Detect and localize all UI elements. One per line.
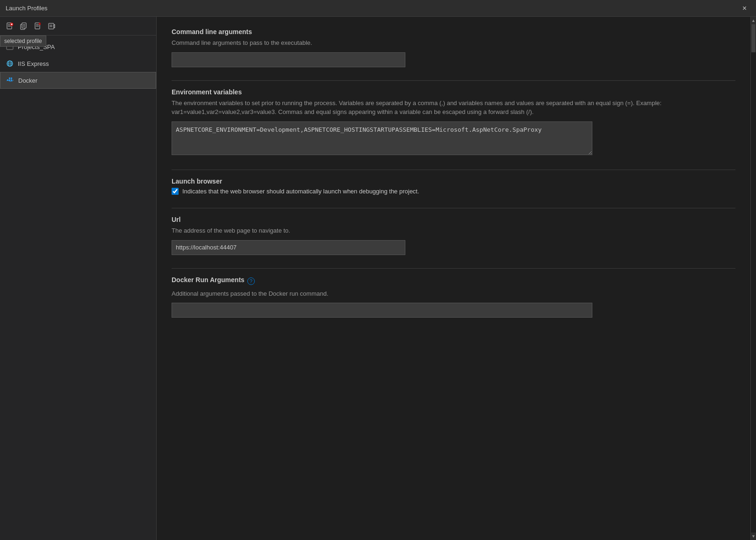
launch-browser-title: Launch browser (172, 178, 735, 185)
scroll-down-arrow[interactable]: ▼ (751, 533, 756, 540)
launch-browser-checkbox-row: Indicates that the web browser should au… (172, 188, 735, 195)
scrollbar-thumb[interactable] (751, 24, 756, 52)
svg-rect-29 (11, 79, 12, 81)
section-docker-run-args: Docker Run Arguments ? Additional argume… (172, 276, 735, 318)
svg-rect-21 (8, 44, 9, 45)
svg-rect-30 (9, 78, 10, 79)
docker-label: Docker (18, 77, 37, 84)
env-vars-desc: The environment variables to set prior t… (172, 99, 735, 117)
profile-item-projects-spa[interactable]: Projects_SPA (0, 38, 156, 55)
add-profile-button[interactable] (4, 21, 16, 31)
close-button[interactable]: × (739, 3, 750, 14)
scrollbar-right: ▲ ▼ (750, 17, 756, 540)
projects-spa-label: Projects_SPA (18, 43, 55, 50)
env-vars-input[interactable]: ASPNETCORE_ENVIRONMENT=Development,ASPNE… (172, 121, 592, 156)
docker-run-args-help-icon[interactable]: ? (247, 277, 255, 285)
dialog-title: Launch Profiles (6, 5, 48, 12)
url-title: Url (172, 216, 735, 223)
profile-item-iis-express[interactable]: IIS Express (0, 55, 156, 72)
section-command-line-args: Command line arguments Command line argu… (172, 28, 735, 67)
section-environment-variables: Environment variables The environment va… (172, 88, 735, 157)
section-url: Url The address of the web page to navig… (172, 216, 735, 255)
docker-run-args-input[interactable] (172, 303, 592, 318)
projects-spa-icon (6, 43, 14, 51)
main-content: selected profile Projects_SPA (0, 17, 756, 540)
copy-profile-button[interactable] (18, 21, 30, 31)
command-line-args-input[interactable] (172, 52, 405, 67)
profile-list: selected profile Projects_SPA (0, 36, 156, 540)
section-launch-browser: Launch browser Indicates that the web br… (172, 178, 735, 195)
docker-run-args-title-row: Docker Run Arguments ? (172, 276, 735, 286)
scroll-up-arrow[interactable]: ▲ (751, 17, 756, 24)
sidebar-toolbar (0, 17, 156, 36)
divider-2 (172, 170, 735, 170)
right-panel: Command line arguments Command line argu… (157, 17, 750, 540)
profile-item-docker[interactable]: Docker (0, 72, 156, 89)
svg-rect-31 (11, 78, 12, 79)
scrollbar-track[interactable] (751, 24, 756, 533)
docker-icon (6, 76, 14, 85)
svg-rect-7 (22, 23, 26, 28)
docker-run-args-title: Docker Run Arguments (172, 276, 245, 284)
iis-express-icon (6, 59, 14, 68)
delete-profile-button[interactable] (32, 21, 44, 31)
divider-1 (172, 80, 735, 81)
title-bar: Launch Profiles × (0, 0, 756, 17)
docker-run-args-desc: Additional arguments passed to the Docke… (172, 289, 735, 298)
url-input[interactable] (172, 240, 405, 255)
launch-browser-checkbox[interactable] (172, 188, 179, 195)
rename-profile-button[interactable] (46, 21, 58, 31)
url-desc: The address of the web page to navigate … (172, 226, 735, 235)
command-line-args-title: Command line arguments (172, 28, 735, 36)
sidebar: selected profile Projects_SPA (0, 17, 157, 540)
svg-rect-20 (7, 44, 8, 45)
divider-3 (172, 208, 735, 208)
svg-rect-28 (9, 79, 10, 81)
env-vars-title: Environment variables (172, 88, 735, 96)
divider-4 (172, 268, 735, 269)
command-line-args-desc: Command line arguments to pass to the ex… (172, 38, 735, 48)
iis-express-label: IIS Express (18, 60, 49, 67)
svg-rect-15 (49, 23, 54, 29)
launch-browser-desc: Indicates that the web browser should au… (182, 188, 419, 195)
